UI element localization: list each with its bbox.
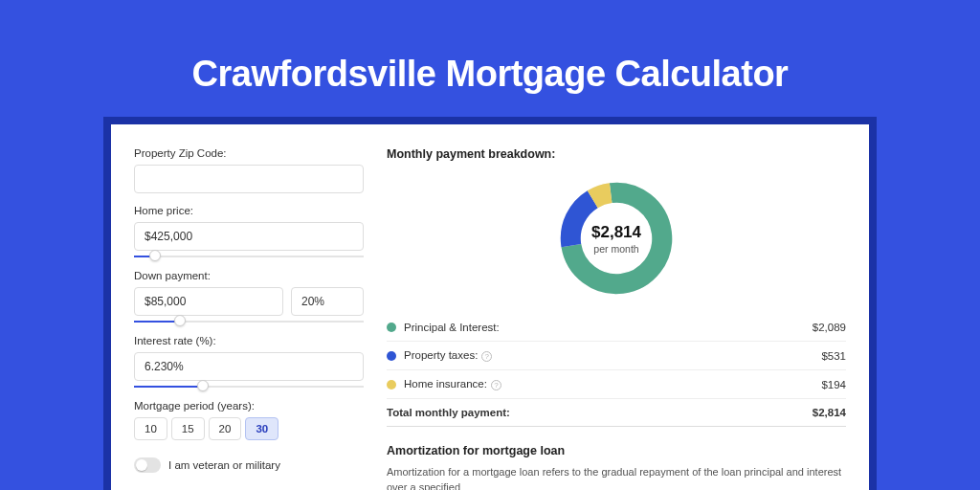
interest-rate-label: Interest rate (%): xyxy=(134,335,364,346)
period-option-10[interactable]: 10 xyxy=(134,417,167,440)
donut-center: $2,814 per month xyxy=(556,178,677,299)
period-option-30[interactable]: 30 xyxy=(245,417,278,440)
legend-dot xyxy=(387,351,396,361)
home-price-field: Home price: xyxy=(134,205,364,258)
down-payment-slider[interactable] xyxy=(134,320,364,323)
down-payment-slider-thumb[interactable] xyxy=(174,315,186,326)
veteran-label: I am veteran or military xyxy=(168,459,280,471)
legend-dot xyxy=(387,380,396,390)
page-title: Crawfordsville Mortgage Calculator xyxy=(0,54,980,95)
veteran-toggle[interactable] xyxy=(134,457,161,473)
zip-label: Property Zip Code: xyxy=(134,147,364,159)
donut-center-value: $2,814 xyxy=(591,223,641,242)
period-option-15[interactable]: 15 xyxy=(171,417,205,440)
breakdown-item-value: $531 xyxy=(821,350,846,362)
breakdown-total-row: Total monthly payment: $2,814 xyxy=(387,399,846,427)
interest-rate-slider[interactable] xyxy=(134,385,364,389)
down-payment-pct-input[interactable] xyxy=(291,287,364,316)
period-label: Mortgage period (years): xyxy=(134,400,364,412)
zip-field: Property Zip Code: xyxy=(134,147,364,193)
breakdown-list: Principal & Interest:$2,089Property taxe… xyxy=(387,314,846,399)
breakdown-item-label: Property taxes:? xyxy=(404,349,821,362)
breakdown-item-label: Home insurance:? xyxy=(404,378,821,390)
breakdown-item-value: $194 xyxy=(821,379,846,390)
form-column: Property Zip Code: Home price: Down paym… xyxy=(134,147,364,490)
calculator-panel: Property Zip Code: Home price: Down paym… xyxy=(111,124,869,490)
legend-dot xyxy=(387,323,396,332)
amortization-title: Amortization for mortgage loan xyxy=(387,444,846,457)
home-price-label: Home price: xyxy=(134,205,364,216)
home-price-slider-thumb[interactable] xyxy=(149,250,161,261)
donut-chart: $2,814 per month xyxy=(387,168,846,312)
zip-input[interactable] xyxy=(134,165,364,193)
breakdown-total-value: $2,814 xyxy=(813,407,846,418)
veteran-row: I am veteran or military xyxy=(134,457,364,473)
down-payment-label: Down payment: xyxy=(134,270,364,281)
amortization-text: Amortization for a mortgage loan refers … xyxy=(387,465,846,490)
interest-rate-input[interactable] xyxy=(134,352,364,381)
page-root: Crawfordsville Mortgage Calculator Prope… xyxy=(0,0,980,490)
period-option-20[interactable]: 20 xyxy=(209,417,242,440)
breakdown-item-label: Principal & Interest: xyxy=(404,322,813,333)
down-payment-input[interactable] xyxy=(134,287,283,316)
breakdown-column: Monthly payment breakdown: $2,814 per mo… xyxy=(387,147,846,490)
breakdown-row: Property taxes:?$531 xyxy=(387,342,846,370)
interest-rate-slider-thumb[interactable] xyxy=(197,380,209,391)
period-options: 10152030 xyxy=(134,417,364,440)
home-price-slider[interactable] xyxy=(134,255,364,258)
period-field: Mortgage period (years): 10152030 xyxy=(134,400,364,440)
down-payment-slider-fill xyxy=(134,321,180,323)
info-icon[interactable]: ? xyxy=(491,380,501,390)
header: Crawfordsville Mortgage Calculator xyxy=(0,0,980,95)
home-price-input[interactable] xyxy=(134,222,364,251)
breakdown-title: Monthly payment breakdown: xyxy=(387,147,846,161)
down-payment-field: Down payment: xyxy=(134,270,364,323)
interest-rate-field: Interest rate (%): xyxy=(134,335,364,389)
info-icon[interactable]: ? xyxy=(481,351,492,362)
breakdown-row: Home insurance:?$194 xyxy=(387,370,846,399)
breakdown-total-label: Total monthly payment: xyxy=(387,407,813,418)
donut-center-label: per month xyxy=(593,243,638,255)
interest-rate-slider-fill xyxy=(134,386,203,388)
breakdown-item-value: $2,089 xyxy=(813,322,846,333)
breakdown-row: Principal & Interest:$2,089 xyxy=(387,314,846,342)
panel-frame: Property Zip Code: Home price: Down paym… xyxy=(103,117,877,490)
